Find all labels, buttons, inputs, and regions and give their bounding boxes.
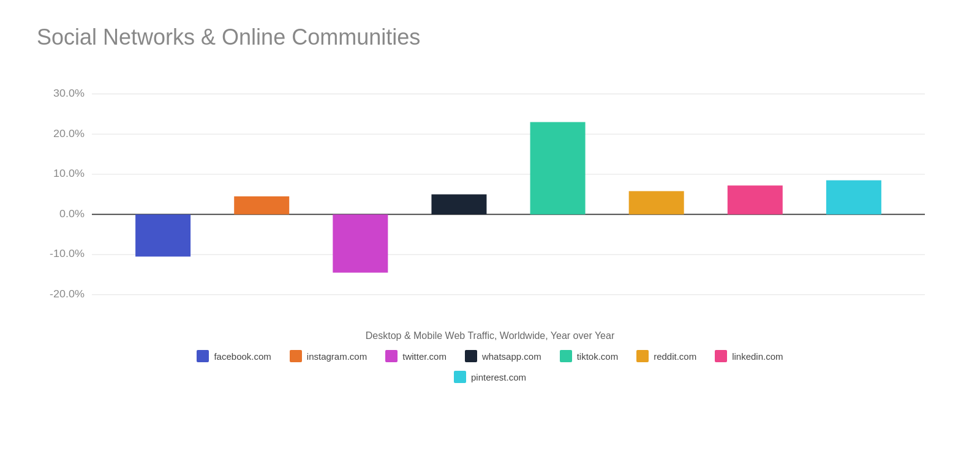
legend-label: instagram.com xyxy=(307,351,367,362)
legend-label: tiktok.com xyxy=(577,351,619,362)
svg-text:-10.0%: -10.0% xyxy=(50,248,85,259)
svg-text:20.0%: 20.0% xyxy=(53,128,85,140)
legend-swatch xyxy=(197,350,209,362)
legend-item-linkedin-com: linkedin.com xyxy=(715,350,783,362)
svg-rect-12 xyxy=(135,214,190,256)
legend-swatch xyxy=(715,350,727,362)
legend-label: facebook.com xyxy=(214,351,271,362)
legend-swatch xyxy=(465,350,477,362)
svg-text:0.0%: 0.0% xyxy=(59,209,85,220)
svg-rect-15 xyxy=(431,195,486,215)
legend-item-reddit-com: reddit.com xyxy=(636,350,696,362)
legend-label: pinterest.com xyxy=(471,372,526,382)
bar-chart: 30.0%20.0%10.0%0.0%-10.0%-20.0% xyxy=(37,69,943,326)
legend-swatch xyxy=(290,350,302,362)
legend-item-pinterest-com: pinterest.com xyxy=(454,371,526,383)
chart-container: Social Networks & Online Communities 30.… xyxy=(0,0,980,454)
legend-swatch xyxy=(636,350,649,362)
chart-area: 30.0%20.0%10.0%0.0%-10.0%-20.0% Desktop … xyxy=(37,69,943,442)
legend-label: whatsapp.com xyxy=(482,351,541,362)
chart-subtitle: Desktop & Mobile Web Traffic, Worldwide,… xyxy=(37,330,943,341)
svg-rect-14 xyxy=(333,214,388,272)
legend-item-facebook-com: facebook.com xyxy=(197,350,271,362)
svg-rect-19 xyxy=(826,180,881,215)
legend-swatch xyxy=(560,350,572,362)
legend-label: linkedin.com xyxy=(732,351,783,362)
legend-label: twitter.com xyxy=(402,351,447,362)
svg-text:10.0%: 10.0% xyxy=(53,168,85,179)
chart-legend: facebook.cominstagram.comtwitter.comwhat… xyxy=(37,350,943,383)
svg-rect-13 xyxy=(234,196,289,215)
legend-item-tiktok-com: tiktok.com xyxy=(560,350,619,362)
svg-rect-16 xyxy=(530,122,586,215)
chart-title: Social Networks & Online Communities xyxy=(37,24,943,50)
legend-item-instagram-com: instagram.com xyxy=(290,350,367,362)
legend-item-twitter-com: twitter.com xyxy=(385,350,447,362)
svg-rect-17 xyxy=(629,191,684,214)
svg-text:-20.0%: -20.0% xyxy=(50,289,85,300)
legend-label: reddit.com xyxy=(654,351,696,362)
svg-text:30.0%: 30.0% xyxy=(53,88,85,99)
legend-swatch xyxy=(454,371,466,383)
legend-item-whatsapp-com: whatsapp.com xyxy=(465,350,541,362)
svg-rect-18 xyxy=(728,185,783,214)
legend-swatch xyxy=(385,350,398,362)
